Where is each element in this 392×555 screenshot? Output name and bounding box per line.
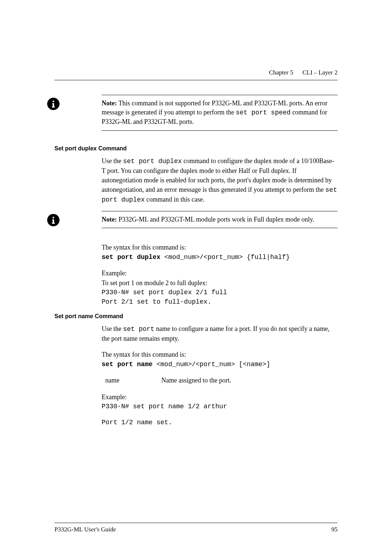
param-block: name Name assigned to the port. (102, 376, 338, 385)
para-code1: set port duplex (123, 158, 182, 165)
syntax-cmd-rest: <mod_num>/<port_num> {full|half} (160, 254, 290, 261)
footer-page: 95 (331, 526, 338, 533)
example2-line2: Port 1/2 name set. (102, 418, 338, 427)
svg-point-1 (53, 217, 54, 219)
header-rule (54, 80, 338, 80)
example-desc: To set port 1 on module 2 to full duplex… (102, 278, 338, 288)
page-header: Chapter 5 CLI – Layer 2 (54, 69, 338, 76)
syntax-block-2: The syntax for this command is: set port… (102, 350, 338, 369)
info-icon (47, 98, 60, 110)
note-rule-top (102, 211, 338, 211)
note-rule-bottom (102, 130, 338, 131)
note-text-2: Note: P332G-ML and P332GT-ML module port… (102, 215, 338, 224)
note-block-2: Note: P332G-ML and P332GT-ML module port… (102, 211, 338, 228)
para2-code: set port (123, 325, 154, 333)
param-desc: Name assigned to the port. (162, 377, 231, 384)
example-block-2: Example: P330-N# set port name 1/2 arthu… (102, 392, 338, 427)
section-body-name: Use the set port name to configure a nam… (102, 324, 338, 343)
syntax-cmd-bold: set port duplex (102, 254, 160, 261)
para-after: command in this case. (145, 196, 204, 203)
info-icon (47, 214, 60, 226)
page-footer: P332G-ML User's Guide 95 (54, 523, 338, 533)
note-block: Note: This command is not supported for … (102, 95, 338, 131)
note-rule-bottom (102, 228, 338, 228)
example2-line1: P330-N# set port name 1/2 arthur (102, 402, 338, 411)
example-block-1: Example: To set port 1 on module 2 to fu… (102, 268, 338, 306)
note-code: set port speed (236, 109, 290, 116)
note-body-2: P332G-ML and P332GT-ML module ports work… (118, 216, 314, 223)
para-before: Use the (102, 157, 123, 165)
section-body-duplex: Use the set port duplex command to confi… (102, 156, 338, 204)
syntax2-cmd-rest: <mod_num>/<port_num> [<name>] (152, 361, 270, 368)
example2-label: Example: (102, 392, 338, 402)
syntax-intro: The syntax for this command is: (102, 243, 338, 252)
footer-guide: P332G-ML User's Guide (54, 526, 116, 533)
svg-point-0 (53, 101, 54, 102)
section-title-duplex: Set port duplex Command (54, 145, 338, 152)
example-line1: P330-N# set port duplex 2/1 full (102, 288, 338, 297)
param-name: name (105, 376, 160, 385)
note-text: Note: This command is not supported for … (102, 99, 338, 127)
example-label: Example: (102, 268, 338, 278)
chapter-title: CLI – Layer 2 (302, 69, 338, 76)
note-label: Note: (102, 100, 117, 107)
syntax-block-1: The syntax for this command is: set port… (102, 243, 338, 262)
section-title-name: Set port name Command (54, 313, 338, 320)
syntax2-cmd-bold: set port name (102, 361, 152, 368)
chapter-label: Chapter 5 (269, 69, 293, 76)
syntax2-intro: The syntax for this command is: (102, 350, 338, 359)
example-line2: Port 2/1 set to full-duplex. (102, 297, 338, 307)
note-rule-top (102, 95, 338, 95)
para2-before: Use the (102, 325, 123, 332)
note-label: Note: (102, 216, 117, 223)
